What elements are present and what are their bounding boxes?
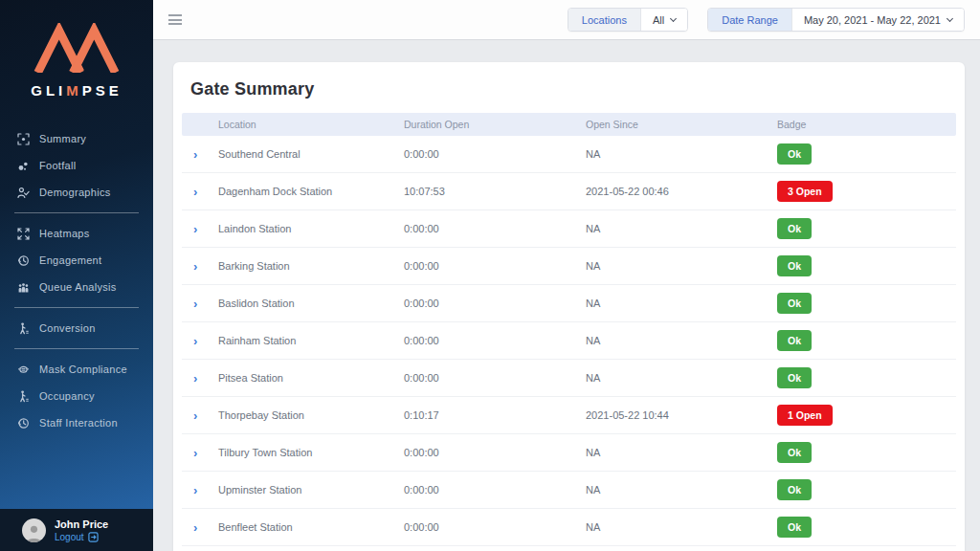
column-header-location: Location	[218, 119, 404, 130]
date-range-dropdown[interactable]: May 20, 2021 - May 22, 2021	[791, 9, 964, 31]
cell-location: Thorpebay Station	[218, 409, 404, 421]
cell-duration-open: 0:00:00	[404, 148, 586, 160]
table-row: ›Tilbury Town Station0:00:00NAOk	[182, 434, 956, 472]
status-badge[interactable]: Ok	[777, 218, 812, 239]
table-row: ›Barking Station0:00:00NAOk	[182, 248, 956, 285]
column-header-open-since: Open Since	[586, 119, 777, 130]
cell-duration-open: 0:00:00	[404, 223, 586, 234]
cell-open-since: NA	[586, 372, 777, 384]
brand-wordmark: GLIMPSE	[0, 82, 153, 99]
table-header: Location Duration Open Open Since Badge	[182, 113, 956, 136]
row-expand-icon[interactable]: ›	[182, 447, 218, 459]
glimpse-logo-mark-icon	[33, 23, 121, 73]
row-expand-icon[interactable]: ›	[182, 186, 218, 198]
row-expand-icon[interactable]: ›	[182, 298, 218, 310]
cell-location: Tilbury Town Station	[218, 447, 404, 458]
cell-open-since: 2021-05-22 00:46	[586, 186, 777, 197]
sidebar: GLIMPSE SummaryFootfallDemographicsHeatm…	[0, 0, 153, 551]
status-badge[interactable]: 1 Open	[777, 405, 833, 426]
sidebar-item-summary[interactable]: Summary	[0, 125, 153, 152]
cell-open-since: NA	[586, 484, 777, 496]
table-row: ›Upminster Station0:00:00NAOk	[182, 472, 956, 509]
user-area: John Price Logout	[0, 509, 153, 551]
sidebar-item-label: Heatmaps	[39, 228, 90, 239]
cell-duration-open: 0:00:00	[404, 372, 586, 384]
row-expand-icon[interactable]: ›	[182, 372, 218, 385]
sidebar-item-demographics[interactable]: Demographics	[0, 179, 153, 206]
sidebar-item-heatmaps[interactable]: Heatmaps	[0, 220, 153, 247]
sidebar-item-mask-compliance[interactable]: Mask Compliance	[0, 356, 153, 383]
people-icon	[16, 280, 31, 294]
nav-divider	[14, 348, 139, 349]
walking-icon	[16, 389, 31, 403]
sidebar-item-conversion[interactable]: Conversion	[0, 315, 153, 342]
avatar	[22, 518, 46, 542]
cell-location: Laindon Station	[218, 223, 404, 234]
scan-icon	[16, 132, 31, 145]
cell-location: Barking Station	[218, 260, 404, 272]
status-badge[interactable]: Ok	[777, 330, 812, 351]
sidebar-item-label: Footfall	[39, 160, 76, 171]
sidebar-item-label: Mask Compliance	[39, 364, 127, 375]
cell-open-since: NA	[586, 335, 777, 346]
cell-duration-open: 10:07:53	[404, 186, 586, 197]
sidebar-item-queue-analysis[interactable]: Queue Analysis	[0, 274, 153, 300]
sidebar-item-label: Demographics	[39, 187, 111, 198]
sidebar-item-engagement[interactable]: Engagement	[0, 247, 153, 274]
menu-toggle-icon[interactable]	[168, 12, 182, 28]
row-expand-icon[interactable]: ›	[182, 148, 218, 161]
row-expand-icon[interactable]: ›	[182, 260, 218, 273]
cell-duration-open: 0:00:00	[404, 447, 586, 458]
walking-icon	[16, 321, 31, 335]
cell-open-since: NA	[586, 148, 777, 160]
table-row: ›Rainham Station0:00:00NAOk	[182, 322, 956, 360]
sidebar-item-staff-interaction[interactable]: Staff Interaction	[0, 409, 153, 436]
locations-dropdown[interactable]: All	[640, 9, 687, 31]
person-check-icon	[16, 186, 31, 199]
row-expand-icon[interactable]: ›	[182, 484, 218, 496]
row-expand-icon[interactable]: ›	[182, 521, 218, 534]
logout-icon	[88, 532, 99, 542]
cell-location: Southend Central	[218, 148, 404, 160]
status-badge[interactable]: Ok	[777, 442, 812, 463]
cell-location: Rainham Station	[218, 335, 404, 346]
sidebar-item-occupancy[interactable]: Occupancy	[0, 383, 153, 409]
row-expand-icon[interactable]: ›	[182, 223, 218, 235]
expand-icon	[16, 227, 31, 240]
footprints-icon	[16, 159, 31, 172]
status-badge[interactable]: Ok	[777, 517, 812, 538]
gate-summary-card: Gate Summary Location Duration Open Open…	[173, 62, 965, 551]
cell-location: Pitsea Station	[218, 372, 404, 384]
history-icon	[16, 416, 31, 430]
table-row: ›Dagenham Dock Station10:07:532021-05-22…	[182, 173, 956, 210]
sidebar-item-label: Queue Analysis	[39, 281, 117, 293]
status-badge[interactable]: Ok	[777, 293, 812, 314]
locations-label[interactable]: Locations	[568, 9, 640, 31]
row-expand-icon[interactable]: ›	[182, 409, 218, 422]
cell-location: Dagenham Dock Station	[218, 186, 404, 197]
chevron-down-icon	[670, 14, 677, 21]
table-row: ›Thorpebay Station0:10:172021-05-22 10:4…	[182, 397, 956, 434]
sidebar-item-footfall[interactable]: Footfall	[0, 152, 153, 179]
sidebar-item-label: Occupancy	[39, 390, 95, 402]
logout-button[interactable]: Logout	[55, 532, 108, 542]
column-header-duration-open: Duration Open	[404, 119, 586, 130]
status-badge[interactable]: Ok	[777, 367, 812, 388]
row-expand-icon[interactable]: ›	[182, 335, 218, 347]
date-range-label[interactable]: Date Range	[708, 9, 791, 31]
sidebar-item-label: Staff Interaction	[39, 417, 118, 429]
status-badge[interactable]: Ok	[777, 143, 812, 165]
table-row: ›Laindon Station0:00:00NAOk	[182, 210, 956, 248]
table-row: ›Benfleet Station0:00:00NAOk	[182, 509, 956, 546]
sidebar-item-label: Engagement	[39, 254, 101, 266]
cell-open-since: NA	[586, 298, 777, 309]
sidebar-nav: SummaryFootfallDemographicsHeatmapsEngag…	[0, 125, 153, 436]
date-range-filter: Date Range May 20, 2021 - May 22, 2021	[707, 8, 965, 32]
cell-duration-open: 0:00:00	[404, 260, 586, 272]
nav-divider	[14, 307, 139, 308]
status-badge[interactable]: 3 Open	[777, 181, 833, 202]
table-body: ›Southend Central0:00:00NAOk›Dagenham Do…	[182, 136, 956, 546]
cell-location: Upminster Station	[218, 484, 404, 496]
status-badge[interactable]: Ok	[777, 255, 812, 276]
status-badge[interactable]: Ok	[777, 479, 812, 500]
